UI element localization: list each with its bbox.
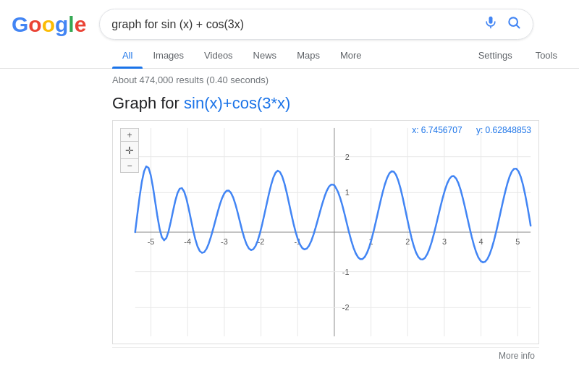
result-title: Graph for sin(x)+cos(3*x)	[112, 94, 567, 113]
svg-text:-1: -1	[342, 268, 350, 276]
tab-videos[interactable]: Videos	[194, 43, 243, 68]
tab-settings[interactable]: Settings	[468, 43, 523, 68]
logo-o1: o	[28, 12, 41, 37]
logo-e: e	[75, 12, 87, 37]
logo-g2: g	[55, 12, 68, 37]
svg-text:5: 5	[515, 237, 520, 246]
tab-all[interactable]: All	[112, 43, 143, 68]
svg-text:1: 1	[345, 188, 350, 197]
tab-more[interactable]: More	[330, 43, 372, 68]
tab-tools[interactable]: Tools	[525, 43, 567, 68]
result-stats: About 474,000 results (0.40 seconds)	[0, 69, 579, 91]
title-formula: sin(x)+cos(3*x)	[184, 94, 290, 112]
svg-rect-0	[489, 17, 493, 24]
svg-text:3: 3	[442, 237, 447, 246]
zoom-in-button[interactable]: +	[121, 129, 138, 142]
svg-text:-3: -3	[221, 237, 228, 246]
x-coord: x: 6.7456707	[412, 125, 462, 135]
svg-text:-2: -2	[342, 303, 350, 312]
microphone-icon[interactable]	[483, 15, 498, 33]
tab-maps[interactable]: Maps	[287, 43, 330, 68]
svg-line-3	[517, 25, 520, 28]
search-bar	[99, 9, 533, 40]
graph-container[interactable]: x: 6.7456707 y: 0.62848853 + ✛ −	[112, 120, 539, 344]
title-prefix: Graph for	[112, 94, 184, 112]
y-coord: y: 0.62848853	[476, 125, 531, 135]
pan-button[interactable]: ✛	[121, 142, 138, 159]
search-icons	[483, 15, 521, 33]
graph-coords: x: 6.7456707 y: 0.62848853	[400, 125, 531, 135]
more-info[interactable]: More info	[112, 347, 539, 364]
zoom-out-button[interactable]: −	[121, 159, 138, 172]
header: G o o g l e	[0, 0, 579, 40]
google-logo: G o o g l e	[12, 12, 86, 37]
search-icon[interactable]	[507, 15, 521, 33]
svg-text:2: 2	[405, 237, 410, 246]
nav-tabs: All Images Videos News Maps More Setting…	[0, 43, 579, 69]
pan-controls[interactable]: + ✛ −	[120, 128, 139, 173]
svg-text:-4: -4	[184, 237, 191, 246]
svg-text:-5: -5	[148, 237, 155, 246]
logo-g: G	[12, 12, 28, 37]
tab-images[interactable]: Images	[143, 43, 194, 68]
logo-l: l	[68, 12, 74, 37]
graph-svg: -5 -4 -3 -2 -1 1 2 3 4 5 2 1 -1 -2	[113, 121, 538, 344]
nav-right: Settings Tools	[468, 43, 567, 68]
search-input-wrapper	[99, 9, 533, 40]
svg-text:2: 2	[345, 153, 350, 161]
logo-o2: o	[42, 12, 55, 37]
tab-news[interactable]: News	[243, 43, 287, 68]
search-input[interactable]	[111, 18, 475, 31]
svg-text:4: 4	[479, 237, 483, 246]
main-content: Graph for sin(x)+cos(3*x) x: 6.7456707 y…	[0, 91, 579, 367]
